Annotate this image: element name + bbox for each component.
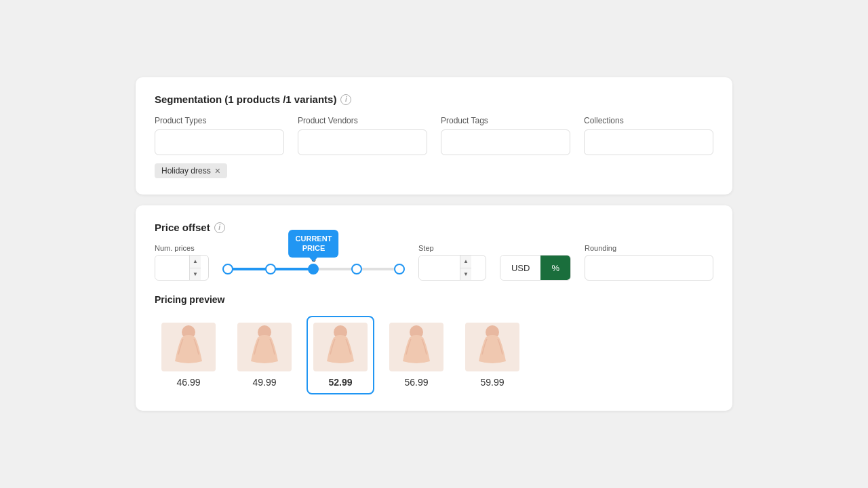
preview-item-0[interactable]: 46.99 bbox=[155, 316, 222, 394]
rounding-input[interactable]: 0.99 bbox=[585, 255, 713, 281]
usd-button[interactable]: USD bbox=[500, 256, 540, 280]
product-tags-label: Product Tags bbox=[441, 116, 570, 125]
num-prices-up[interactable]: ▲ bbox=[190, 256, 201, 268]
slider-dot-3[interactable] bbox=[351, 264, 362, 274]
preview-price-1: 49.99 bbox=[252, 377, 276, 388]
num-prices-down[interactable]: ▼ bbox=[190, 268, 201, 281]
slider-dot-1[interactable] bbox=[265, 264, 276, 274]
currency-toggle: USD % bbox=[500, 255, 571, 281]
price-offset-controls-row: Num. prices 5 ▲ ▼ 3 bbox=[155, 244, 713, 281]
rounding-label: Rounding bbox=[585, 244, 713, 252]
pricing-preview-section: Pricing preview 46.99 bbox=[155, 294, 713, 394]
slider-dot-4[interactable] bbox=[394, 264, 405, 274]
collections-label: Collections bbox=[584, 116, 713, 125]
product-vendors-input[interactable] bbox=[298, 129, 427, 155]
slider-dot-0[interactable] bbox=[222, 264, 233, 274]
preview-item-2[interactable]: 52.99 bbox=[307, 316, 374, 394]
slider-section: 3 CURRENTPRICE bbox=[222, 254, 405, 270]
page-container: Segmentation (1 products /1 variants) i … bbox=[136, 77, 732, 411]
num-prices-group: Num. prices 5 ▲ ▼ bbox=[155, 244, 209, 281]
segmentation-title: Segmentation (1 products /1 variants) i bbox=[155, 94, 713, 105]
product-tags-group: Product Tags bbox=[441, 116, 570, 155]
product-types-group: Product Types bbox=[155, 116, 284, 155]
pricing-preview-title: Pricing preview bbox=[155, 294, 713, 305]
step-up[interactable]: ▲ bbox=[460, 256, 471, 268]
price-offset-card: Price offset i Num. prices 5 ▲ ▼ 3 bbox=[136, 205, 732, 411]
preview-price-0: 46.99 bbox=[176, 377, 200, 388]
price-offset-title-text: Price offset bbox=[155, 222, 210, 233]
product-types-label: Product Types bbox=[155, 116, 284, 125]
tag-label: Holiday dress bbox=[161, 166, 211, 176]
dress-svg-1 bbox=[244, 324, 285, 370]
slider-track-wrap: CURRENTPRICE bbox=[222, 268, 405, 270]
segmentation-fields-row: Product Types Product Vendors Product Ta… bbox=[155, 116, 713, 155]
preview-price-2: 52.99 bbox=[328, 377, 352, 388]
step-group: Step 6 ▲ ▼ bbox=[418, 244, 486, 281]
current-price-tooltip: CURRENTPRICE bbox=[289, 230, 339, 258]
dress-svg-3 bbox=[396, 324, 437, 370]
num-prices-input[interactable]: 5 bbox=[155, 256, 189, 280]
dress-svg-2 bbox=[320, 324, 361, 370]
holiday-dress-tag: Holiday dress × bbox=[155, 163, 227, 178]
dress-svg-4 bbox=[472, 324, 513, 370]
preview-item-1[interactable]: 49.99 bbox=[231, 316, 298, 394]
collections-group: Collections bbox=[584, 116, 713, 155]
product-vendors-group: Product Vendors bbox=[298, 116, 427, 155]
num-prices-label: Num. prices bbox=[155, 244, 209, 252]
collections-input[interactable] bbox=[584, 129, 713, 155]
step-label: Step bbox=[418, 244, 486, 252]
dress-svg-0 bbox=[168, 324, 209, 370]
step-input[interactable]: 6 bbox=[419, 256, 460, 280]
segmentation-title-text: Segmentation (1 products /1 variants) bbox=[155, 94, 336, 105]
preview-item-3[interactable]: 56.99 bbox=[382, 316, 450, 394]
product-tags-input[interactable] bbox=[441, 129, 570, 155]
segmentation-info-icon[interactable]: i bbox=[340, 94, 351, 105]
num-prices-arrows: ▲ ▼ bbox=[189, 256, 201, 280]
price-offset-info-icon[interactable]: i bbox=[214, 222, 225, 233]
preview-img-4 bbox=[465, 323, 519, 371]
slider-dots: CURRENTPRICE bbox=[222, 264, 405, 274]
preview-img-1 bbox=[237, 323, 292, 371]
preview-img-2 bbox=[313, 323, 368, 371]
rounding-group: Rounding 0.99 bbox=[585, 244, 713, 281]
step-spinner: 6 ▲ ▼ bbox=[418, 255, 486, 281]
slider-dot-2[interactable]: CURRENTPRICE bbox=[308, 264, 319, 274]
percent-button[interactable]: % bbox=[540, 256, 570, 280]
tag-remove-button[interactable]: × bbox=[215, 166, 220, 176]
price-offset-title: Price offset i bbox=[155, 222, 713, 233]
preview-price-3: 56.99 bbox=[404, 377, 428, 388]
product-types-input[interactable] bbox=[155, 129, 284, 155]
preview-items: 46.99 49.99 bbox=[155, 316, 713, 394]
preview-price-4: 59.99 bbox=[480, 377, 504, 388]
tag-row: Holiday dress × bbox=[155, 163, 713, 178]
preview-img-3 bbox=[389, 323, 443, 371]
preview-item-4[interactable]: 59.99 bbox=[458, 316, 526, 394]
preview-img-0 bbox=[161, 323, 216, 371]
num-prices-spinner: 5 ▲ ▼ bbox=[155, 255, 209, 281]
segmentation-card: Segmentation (1 products /1 variants) i … bbox=[136, 77, 732, 195]
step-arrows: ▲ ▼ bbox=[460, 256, 471, 280]
product-vendors-label: Product Vendors bbox=[298, 116, 427, 125]
step-down[interactable]: ▼ bbox=[460, 268, 471, 281]
